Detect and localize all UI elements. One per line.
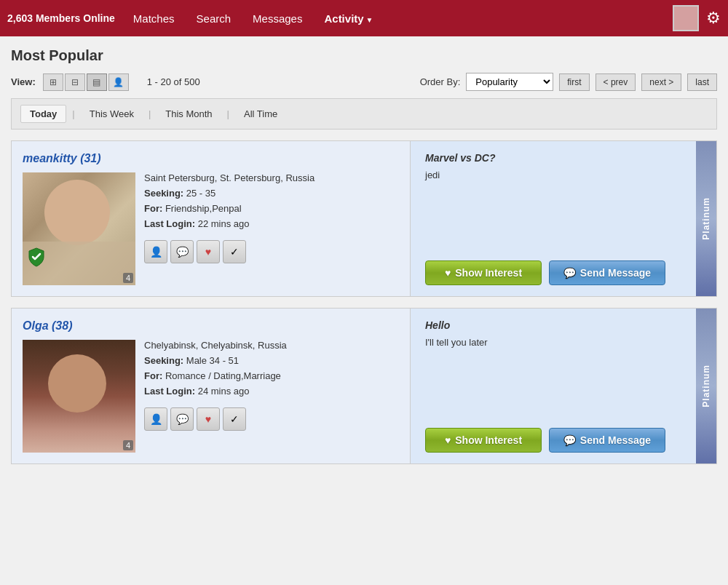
- card-question: Hello: [425, 319, 702, 331]
- pagination-first[interactable]: first: [559, 73, 589, 91]
- shield-icon: [26, 247, 47, 267]
- message-button[interactable]: 💬: [170, 407, 194, 431]
- profile-info: Saint Petersburg, St. Petersburg, Russia…: [144, 172, 399, 285]
- check-button[interactable]: ✓: [223, 407, 246, 431]
- user-avatar[interactable]: [673, 5, 699, 31]
- profile-icon: 👤: [150, 413, 162, 425]
- send-message-label: Send Message: [580, 267, 651, 279]
- view-icon-group: ⊞ ⊟ ▤ 👤: [43, 73, 129, 91]
- card-answer: I'll tell you later: [425, 337, 702, 417]
- profile-info: Chelyabinsk, Chelyabinsk, Russia Seeking…: [144, 340, 399, 453]
- chat-btn-icon: 💬: [563, 267, 576, 279]
- favorite-button[interactable]: ♥: [197, 240, 220, 263]
- top-navigation: 2,603 Members Online Matches Search Mess…: [0, 0, 728, 36]
- card-question: Marvel vs DC?: [425, 152, 702, 164]
- checkmark-icon: ✓: [230, 413, 239, 425]
- pagination-prev[interactable]: < prev: [596, 73, 636, 91]
- check-button[interactable]: ✓: [223, 240, 246, 263]
- profile-seeking: Seeking: Male 34 - 51: [144, 354, 399, 367]
- nav-menu: Matches Search Messages Activity: [130, 5, 673, 32]
- view-grid-small[interactable]: ⊞: [43, 73, 63, 91]
- profile-photo[interactable]: [23, 340, 135, 453]
- view-profile-button[interactable]: 👤: [144, 240, 167, 263]
- heart-icon: ♥: [205, 246, 211, 258]
- profile-name[interactable]: meankitty (31): [23, 152, 399, 165]
- page-title: Most Popular: [11, 47, 717, 64]
- order-select[interactable]: Popularity Last Login Age Distance: [466, 73, 553, 91]
- photo-wrapper: 4: [23, 340, 135, 453]
- filter-this-month[interactable]: This Month: [157, 106, 221, 122]
- filter-this-week[interactable]: This Week: [81, 106, 143, 122]
- profile-card: Olga (38) 4 Chelyabinsk, Chelyabinsk, Ru…: [11, 308, 717, 464]
- view-controls: View: ⊞ ⊟ ▤ 👤 1 - 20 of 500 Order By: Po…: [11, 73, 717, 91]
- nav-item-messages[interactable]: Messages: [249, 5, 306, 32]
- show-interest-label: Show Interest: [455, 434, 522, 446]
- verified-badge: [26, 247, 47, 267]
- page-info: 1 - 20 of 500: [147, 76, 200, 87]
- view-large[interactable]: 👤: [108, 73, 129, 91]
- settings-icon[interactable]: ⚙: [706, 9, 721, 28]
- show-interest-label: Show Interest: [455, 267, 522, 279]
- photo-count: 4: [123, 273, 133, 283]
- favorite-button[interactable]: ♥: [197, 407, 220, 431]
- main-content: Most Popular View: ⊞ ⊟ ▤ 👤 1 - 20 of 500…: [0, 36, 728, 585]
- message-button[interactable]: 💬: [170, 240, 194, 263]
- platinum-badge: Platinum: [696, 141, 716, 296]
- filter-tabs: Today | This Week | This Month | All Tim…: [11, 98, 717, 130]
- profile-action-buttons: 👤 💬 ♥ ✓: [144, 240, 399, 263]
- card-action-row: ♥ Show Interest 💬 Send Message: [425, 428, 702, 453]
- photo-count: 4: [123, 440, 133, 450]
- send-message-button[interactable]: 💬 Send Message: [549, 260, 665, 285]
- profile-location: Saint Petersburg, St. Petersburg, Russia: [144, 172, 399, 183]
- heart-btn-icon: ♥: [445, 434, 451, 446]
- profile-card: meankitty (31) 4 Saint Petersburg, St. P…: [11, 140, 717, 297]
- profile-photo-area: 4 Saint Petersburg, St. Petersburg, Russ…: [23, 172, 399, 285]
- profile-card-left: Olga (38) 4 Chelyabinsk, Chelyabinsk, Ru…: [12, 309, 411, 463]
- profile-name[interactable]: Olga (38): [23, 319, 399, 333]
- platinum-label: Platinum: [701, 197, 711, 240]
- pagination-next[interactable]: next >: [641, 73, 681, 91]
- send-message-label: Send Message: [580, 434, 651, 446]
- show-interest-button[interactable]: ♥ Show Interest: [425, 260, 542, 285]
- profile-last-login: Last Login: 24 mins ago: [144, 385, 399, 398]
- chat-btn-icon: 💬: [563, 434, 576, 446]
- photo-wrapper: 4: [23, 172, 135, 285]
- profile-action-buttons: 👤 💬 ♥ ✓: [144, 407, 399, 431]
- show-interest-button[interactable]: ♥ Show Interest: [425, 428, 542, 453]
- order-label: Order By:: [420, 76, 461, 87]
- nav-item-search[interactable]: Search: [193, 5, 235, 32]
- view-list[interactable]: ▤: [87, 73, 107, 91]
- profile-photo[interactable]: [23, 172, 135, 285]
- profile-for: For: Friendship,Penpal: [144, 202, 399, 215]
- nav-item-matches[interactable]: Matches: [130, 5, 178, 32]
- profile-icon: 👤: [150, 246, 162, 258]
- heart-icon: ♥: [205, 413, 211, 425]
- profile-photo-area: 4 Chelyabinsk, Chelyabinsk, Russia Seeki…: [23, 340, 399, 453]
- profile-card-right: Marvel vs DC? jedi ♥ Show Interest 💬 Sen…: [411, 141, 716, 296]
- send-message-button[interactable]: 💬 Send Message: [549, 428, 665, 453]
- last-login-label: Last Login:: [144, 386, 198, 397]
- filter-sep-1: |: [72, 108, 74, 119]
- profile-last-login: Last Login: 22 mins ago: [144, 218, 399, 231]
- nav-item-activity[interactable]: Activity: [320, 5, 376, 32]
- members-online-count: 2,603 Members Online: [7, 12, 115, 24]
- for-label: For:: [144, 370, 165, 381]
- pagination-last[interactable]: last: [687, 73, 717, 91]
- profile-location: Chelyabinsk, Chelyabinsk, Russia: [144, 340, 399, 351]
- filter-today[interactable]: Today: [20, 105, 66, 123]
- for-label: For:: [144, 203, 165, 214]
- seeking-label: Seeking:: [144, 188, 186, 199]
- view-label: View:: [11, 76, 36, 87]
- view-profile-button[interactable]: 👤: [144, 407, 167, 431]
- heart-btn-icon: ♥: [445, 267, 451, 279]
- card-answer: jedi: [425, 170, 702, 250]
- profile-card-left: meankitty (31) 4 Saint Petersburg, St. P…: [12, 141, 411, 296]
- filter-all-time[interactable]: All Time: [235, 106, 286, 122]
- filter-sep-2: |: [149, 108, 151, 119]
- view-grid-medium[interactable]: ⊟: [65, 73, 85, 91]
- checkmark-icon: ✓: [230, 246, 239, 258]
- profile-card-right: Hello I'll tell you later ♥ Show Interes…: [411, 309, 716, 463]
- platinum-badge: Platinum: [696, 309, 716, 463]
- last-login-label: Last Login:: [144, 218, 198, 229]
- platinum-label: Platinum: [701, 365, 711, 407]
